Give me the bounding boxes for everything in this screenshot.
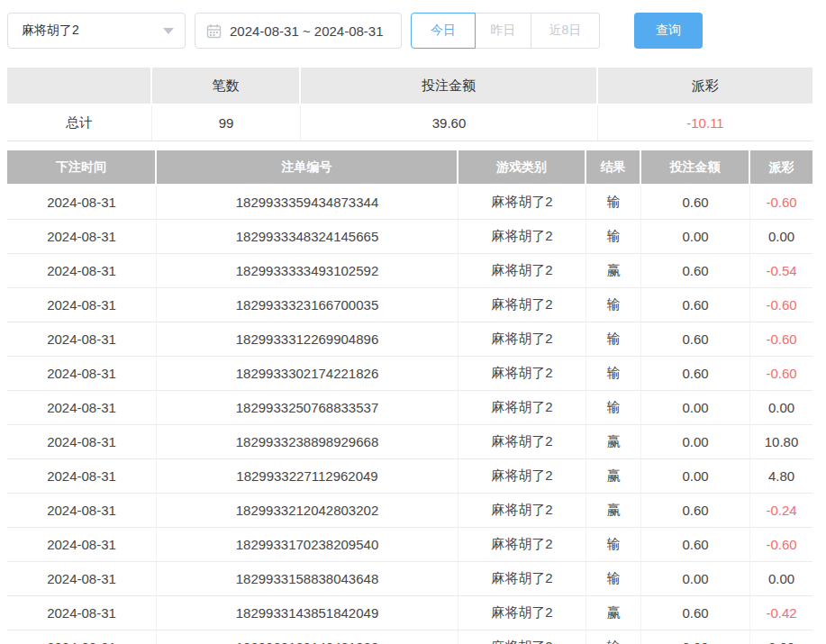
cell-date: 2024-08-31 bbox=[7, 357, 157, 391]
cell-date: 2024-08-31 bbox=[7, 630, 157, 644]
cell-date: 2024-08-31 bbox=[7, 528, 157, 562]
cell-amount: 0.00 bbox=[641, 630, 750, 644]
cell-result: 输 bbox=[586, 630, 641, 644]
cell-result: 赢 bbox=[586, 494, 641, 528]
cell-game: 麻将胡了2 bbox=[458, 425, 586, 459]
cell-date: 2024-08-31 bbox=[7, 494, 157, 528]
cell-payout: -0.24 bbox=[750, 494, 812, 528]
cell-amount: 0.60 bbox=[641, 254, 750, 288]
bet-table-body: 2024-08-31 1829933359434873344 麻将胡了2 输 0… bbox=[7, 186, 812, 644]
cell-result: 赢 bbox=[586, 254, 641, 288]
game-select[interactable]: 麻将胡了2 bbox=[7, 13, 186, 49]
cell-amount: 0.00 bbox=[641, 459, 750, 494]
cell-result: 赢 bbox=[586, 596, 641, 630]
cell-game: 麻将胡了2 bbox=[458, 391, 586, 425]
summary-bet-amount-value: 39.60 bbox=[301, 105, 598, 141]
cell-bet-id: 1829933312269904896 bbox=[157, 322, 458, 357]
col-header-bet-id: 注单编号 bbox=[157, 150, 458, 184]
cell-payout: -0.60 bbox=[750, 288, 812, 322]
cell-amount: 0.60 bbox=[641, 322, 750, 357]
cell-date: 2024-08-31 bbox=[7, 425, 157, 459]
cell-amount: 0.00 bbox=[641, 220, 750, 254]
cell-payout: -0.60 bbox=[750, 186, 812, 220]
query-button[interactable]: 查询 bbox=[634, 13, 703, 49]
cell-bet-id: 1829933302174221826 bbox=[157, 357, 458, 391]
bet-table-header: 下注时间 注单编号 游戏类别 结果 投注金额 派彩 bbox=[7, 150, 812, 184]
cell-date: 2024-08-31 bbox=[7, 288, 157, 322]
table-row: 2024-08-31 1829933250768833537 麻将胡了2 输 0… bbox=[7, 391, 812, 425]
cell-amount: 0.60 bbox=[641, 186, 750, 220]
cell-result: 输 bbox=[586, 357, 641, 391]
yesterday-button[interactable]: 昨日 bbox=[476, 13, 531, 49]
cell-bet-id: 1829933212042803202 bbox=[157, 494, 458, 528]
cell-amount: 0.60 bbox=[641, 528, 750, 562]
cell-result: 输 bbox=[586, 186, 641, 220]
cell-bet-id: 1829933227112962049 bbox=[157, 459, 458, 494]
col-header-payout: 派彩 bbox=[750, 150, 812, 184]
table-row: 2024-08-31 1829933348324145665 麻将胡了2 输 0… bbox=[7, 220, 812, 254]
cell-bet-id: 1829933323166700035 bbox=[157, 288, 458, 322]
cell-bet-id: 1829933359434873344 bbox=[157, 186, 458, 220]
cell-date: 2024-08-31 bbox=[7, 391, 157, 425]
table-row: 2024-08-31 1829933143851842049 麻将胡了2 赢 0… bbox=[7, 596, 812, 630]
summary-count-value: 99 bbox=[152, 105, 301, 141]
cell-game: 麻将胡了2 bbox=[458, 562, 586, 596]
table-row: 2024-08-31 1829933323166700035 麻将胡了2 输 0… bbox=[7, 288, 812, 322]
cell-game: 麻将胡了2 bbox=[458, 357, 586, 391]
cell-amount: 0.00 bbox=[641, 391, 750, 425]
filter-toolbar: 麻将胡了2 2024-08-31 ~ 2024-08-31 bbox=[7, 13, 812, 49]
quick-range-group: 今日 昨日 近8日 bbox=[411, 13, 600, 49]
cell-payout: -0.54 bbox=[750, 254, 812, 288]
summary-header-row: 笔数 投注金额 派彩 bbox=[7, 68, 812, 104]
cell-bet-id: 1829933143851842049 bbox=[157, 596, 458, 630]
col-header-result: 结果 bbox=[586, 150, 641, 184]
table-row: 2024-08-31 1829933312269904896 麻将胡了2 输 0… bbox=[7, 322, 812, 357]
cell-bet-id: 1829933158838043648 bbox=[157, 562, 458, 596]
summary-total-label: 总计 bbox=[7, 105, 152, 141]
cell-result: 输 bbox=[586, 322, 641, 357]
cell-result: 输 bbox=[586, 220, 641, 254]
table-row: 2024-08-31 1829933170238209540 麻将胡了2 输 0… bbox=[7, 528, 812, 562]
cell-game: 麻将胡了2 bbox=[458, 494, 586, 528]
cell-result: 输 bbox=[586, 288, 641, 322]
cell-game: 麻将胡了2 bbox=[458, 322, 586, 357]
today-button[interactable]: 今日 bbox=[411, 13, 476, 49]
cell-payout: 0.00 bbox=[750, 562, 812, 596]
summary-payout-value: -10.11 bbox=[598, 105, 812, 141]
game-select-value: 麻将胡了2 bbox=[22, 23, 163, 39]
cell-game: 麻将胡了2 bbox=[458, 288, 586, 322]
cell-game: 麻将胡了2 bbox=[458, 254, 586, 288]
cell-date: 2024-08-31 bbox=[7, 220, 157, 254]
date-range-picker[interactable]: 2024-08-31 ~ 2024-08-31 bbox=[195, 13, 402, 49]
cell-amount: 0.60 bbox=[641, 494, 750, 528]
col-header-game-type: 游戏类别 bbox=[458, 150, 586, 184]
calendar-icon bbox=[206, 23, 222, 39]
table-row: 2024-08-31 1829933238898929668 麻将胡了2 赢 0… bbox=[7, 425, 812, 459]
last-8-days-button[interactable]: 近8日 bbox=[531, 13, 600, 49]
cell-payout: -0.60 bbox=[750, 322, 812, 357]
cell-date: 2024-08-31 bbox=[7, 186, 157, 220]
cell-game: 麻将胡了2 bbox=[458, 186, 586, 220]
cell-amount: 0.00 bbox=[641, 562, 750, 596]
cell-result: 输 bbox=[586, 562, 641, 596]
table-row: 2024-08-31 1829933359434873344 麻将胡了2 输 0… bbox=[7, 186, 812, 220]
cell-payout: 10.80 bbox=[750, 425, 812, 459]
summary-total-row: 总计 99 39.60 -10.11 bbox=[7, 105, 812, 141]
cell-result: 赢 bbox=[586, 459, 641, 494]
cell-game: 麻将胡了2 bbox=[458, 459, 586, 494]
betting-records-page: 麻将胡了2 2024-08-31 ~ 2024-08-31 bbox=[0, 0, 826, 644]
summary-header-payout: 派彩 bbox=[598, 68, 812, 104]
cell-amount: 0.60 bbox=[641, 357, 750, 391]
table-row: 2024-08-31 1829933227112962049 麻将胡了2 赢 0… bbox=[7, 459, 812, 494]
cell-game: 麻将胡了2 bbox=[458, 528, 586, 562]
cell-amount: 0.60 bbox=[641, 596, 750, 630]
summary-header-count: 笔数 bbox=[152, 68, 301, 104]
cell-game: 麻将胡了2 bbox=[458, 220, 586, 254]
cell-payout: 0.00 bbox=[750, 220, 812, 254]
cell-bet-id: 1829933333493102592 bbox=[157, 254, 458, 288]
cell-date: 2024-08-31 bbox=[7, 562, 157, 596]
bet-table: 下注时间 注单编号 游戏类别 结果 投注金额 派彩 2024-08-31 182… bbox=[7, 150, 812, 644]
cell-date: 2024-08-31 bbox=[7, 254, 157, 288]
cell-amount: 0.00 bbox=[641, 425, 750, 459]
cell-game: 麻将胡了2 bbox=[458, 596, 586, 630]
